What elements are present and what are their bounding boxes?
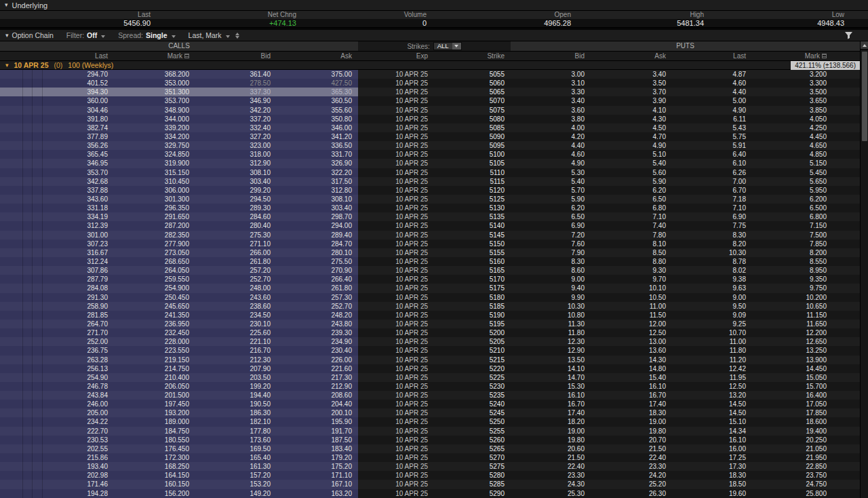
exp-cell[interactable]: 10 APR 25 <box>358 248 434 257</box>
put-mark-cell[interactable]: 5.450 <box>752 168 833 177</box>
strike-cell[interactable]: 5225 <box>434 373 511 382</box>
put-last-cell[interactable]: 9.00 <box>672 293 752 302</box>
strike-cell[interactable]: 5085 <box>434 123 511 132</box>
put-ask-cell[interactable]: 22.40 <box>591 453 672 462</box>
exp-cell[interactable]: 10 APR 25 <box>358 453 434 462</box>
strike-cell[interactable]: 5105 <box>434 159 511 168</box>
put-mark-cell[interactable]: 14.450 <box>752 364 833 373</box>
put-ask-cell[interactable]: 18.30 <box>591 408 672 417</box>
call-bid-cell[interactable]: 216.70 <box>195 346 277 355</box>
put-mark-cell[interactable]: 13.250 <box>752 346 833 355</box>
call-last-cell[interactable]: 353.70 <box>0 168 114 177</box>
put-bid-cell[interactable]: 4.40 <box>511 141 591 150</box>
call-mark-cell[interactable]: 273.050 <box>114 248 195 257</box>
call-last-cell[interactable]: 312.24 <box>0 257 114 266</box>
call-mark-cell[interactable]: 193.200 <box>114 408 195 417</box>
call-bid-cell[interactable]: 221.10 <box>195 337 277 346</box>
put-last-cell[interactable]: 14.34 <box>672 427 752 436</box>
put-ask-cell[interactable]: 3.50 <box>591 79 672 88</box>
call-last-cell[interactable]: 222.70 <box>0 427 114 436</box>
strike-cell[interactable]: 5205 <box>434 337 511 346</box>
put-last-cell[interactable]: 13.20 <box>672 391 752 400</box>
exp-cell[interactable]: 10 APR 25 <box>358 221 434 230</box>
call-last-cell[interactable]: 230.53 <box>0 436 114 444</box>
call-bid-cell[interactable]: 157.20 <box>195 471 277 480</box>
put-bid-cell[interactable]: 4.60 <box>511 150 591 159</box>
call-bid-cell[interactable]: 248.00 <box>195 284 277 292</box>
exp-cell[interactable]: 10 APR 25 <box>358 427 434 436</box>
option-row[interactable]: 312.24268.650261.80275.5010 APR 2551608.… <box>0 257 860 266</box>
col-header-put-bid[interactable]: Bid <box>511 52 591 60</box>
call-mark-cell[interactable]: 223.550 <box>114 346 195 355</box>
strike-cell[interactable]: 5160 <box>434 257 511 266</box>
exp-cell[interactable]: 10 APR 25 <box>358 346 434 355</box>
put-mark-cell[interactable]: 22.850 <box>752 462 833 471</box>
group-collapse-triangle-icon[interactable]: ▾ <box>5 62 9 69</box>
put-last-cell[interactable]: 14.50 <box>672 400 752 408</box>
put-ask-cell[interactable]: 9.30 <box>591 266 672 275</box>
strike-cell[interactable]: 5080 <box>434 115 511 123</box>
put-ask-cell[interactable]: 9.70 <box>591 275 672 284</box>
put-last-cell[interactable]: 5.75 <box>672 132 752 141</box>
put-last-cell[interactable]: 6.90 <box>672 212 752 221</box>
call-mark-cell[interactable]: 368.200 <box>114 70 195 79</box>
strike-cell[interactable]: 5135 <box>434 212 511 221</box>
call-last-cell[interactable]: 246.78 <box>0 382 114 391</box>
strike-cell[interactable]: 5250 <box>434 417 511 426</box>
option-row[interactable]: 258.90245.650238.60252.7010 APR 25518510… <box>0 302 860 311</box>
call-bid-cell[interactable]: 303.40 <box>195 177 277 186</box>
exp-cell[interactable]: 10 APR 25 <box>358 293 434 302</box>
put-bid-cell[interactable]: 3.40 <box>511 96 591 105</box>
call-mark-cell[interactable]: 184.750 <box>114 427 195 436</box>
strike-cell[interactable]: 5280 <box>434 471 511 480</box>
call-bid-cell[interactable]: 149.20 <box>195 489 277 498</box>
strike-cell[interactable]: 5235 <box>434 391 511 400</box>
call-bid-cell[interactable]: 165.40 <box>195 453 277 462</box>
put-last-cell[interactable]: 7.18 <box>672 195 752 204</box>
put-bid-cell[interactable]: 19.00 <box>511 427 591 436</box>
call-ask-cell[interactable]: 360.50 <box>277 96 358 105</box>
call-bid-cell[interactable]: 177.80 <box>195 427 277 436</box>
put-mark-cell[interactable]: 10.200 <box>752 293 833 302</box>
put-bid-cell[interactable]: 15.30 <box>511 382 591 391</box>
call-bid-cell[interactable]: 169.50 <box>195 444 277 453</box>
call-ask-cell[interactable]: 252.70 <box>277 302 358 311</box>
put-ask-cell[interactable]: 15.40 <box>591 373 672 382</box>
put-mark-cell[interactable]: 6.200 <box>752 195 833 204</box>
exp-cell[interactable]: 10 APR 25 <box>358 391 434 400</box>
put-ask-cell[interactable]: 6.80 <box>591 204 672 212</box>
put-last-cell[interactable]: 6.10 <box>672 159 752 168</box>
call-mark-cell[interactable]: 241.350 <box>114 311 195 320</box>
option-row[interactable]: 337.88306.000299.20312.8010 APR 2551205.… <box>0 186 860 195</box>
call-last-cell[interactable]: 287.79 <box>0 275 114 284</box>
call-bid-cell[interactable]: 318.00 <box>195 150 277 159</box>
put-last-cell[interactable]: 9.25 <box>672 320 752 328</box>
put-last-cell[interactable]: 8.30 <box>672 231 752 240</box>
put-last-cell[interactable]: 18.50 <box>672 480 752 489</box>
put-ask-cell[interactable]: 7.80 <box>591 231 672 240</box>
put-ask-cell[interactable]: 12.00 <box>591 320 672 328</box>
option-row[interactable]: 304.46348.900342.20355.6010 APR 2550753.… <box>0 106 860 115</box>
call-last-cell[interactable]: 316.67 <box>0 248 114 257</box>
call-bid-cell[interactable]: 261.80 <box>195 257 277 266</box>
strike-cell[interactable]: 5090 <box>434 132 511 141</box>
call-ask-cell[interactable]: 312.80 <box>277 186 358 195</box>
put-ask-cell[interactable]: 11.50 <box>591 311 672 320</box>
put-ask-cell[interactable]: 16.10 <box>591 382 672 391</box>
exp-cell[interactable]: 10 APR 25 <box>358 168 434 177</box>
call-mark-cell[interactable]: 259.550 <box>114 275 195 284</box>
exp-cell[interactable]: 10 APR 25 <box>358 204 434 212</box>
chain-collapse-triangle-icon[interactable]: ▾ <box>5 33 9 39</box>
put-bid-cell[interactable]: 24.30 <box>511 480 591 489</box>
put-ask-cell[interactable]: 4.10 <box>591 106 672 115</box>
scrollbar-thumb[interactable] <box>862 52 867 141</box>
exp-cell[interactable]: 10 APR 25 <box>358 320 434 328</box>
put-bid-cell[interactable]: 3.60 <box>511 106 591 115</box>
exp-cell[interactable]: 10 APR 25 <box>358 141 434 150</box>
call-last-cell[interactable]: 246.00 <box>0 400 114 408</box>
exp-cell[interactable]: 10 APR 25 <box>358 266 434 275</box>
call-mark-cell[interactable]: 329.750 <box>114 141 195 150</box>
put-bid-cell[interactable]: 21.50 <box>511 453 591 462</box>
call-ask-cell[interactable]: 298.70 <box>277 212 358 221</box>
col-header-put-last[interactable]: Last <box>672 52 752 60</box>
